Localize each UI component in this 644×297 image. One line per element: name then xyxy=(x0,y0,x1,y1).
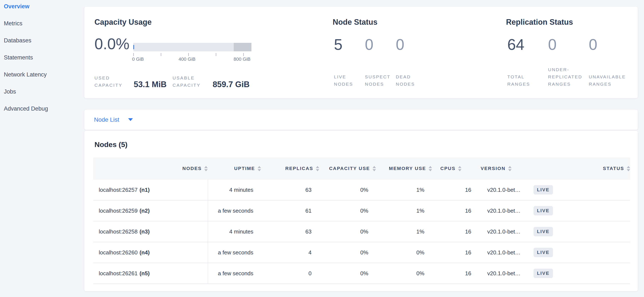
nodes-table: NODES UPTIME REPLICAS CAPACITY USE xyxy=(93,157,630,284)
axis-label: 800 GiB xyxy=(234,56,250,62)
memory-use-cell: 0% xyxy=(376,263,432,284)
node-name-cell[interactable]: localhost:26257 (n1) xyxy=(93,180,208,200)
column-header[interactable]: CPUS xyxy=(432,157,479,180)
used-capacity-value: 53.1 MiB xyxy=(134,80,166,89)
node-status-stat: 5 LIVE NODES xyxy=(334,6,365,98)
node-status-stat: 0 SUSPECT NODES xyxy=(365,6,396,98)
uptime-cell: a few seconds xyxy=(208,263,261,284)
sidebar-item[interactable]: Metrics xyxy=(4,20,80,26)
status-badge: LIVE xyxy=(534,248,553,257)
stat-label: TOTAL RANGES xyxy=(507,73,548,88)
axis-label: 400 GiB xyxy=(178,56,196,62)
capacity-use-cell: 0% xyxy=(319,180,376,200)
axis-label: 0 GiB xyxy=(132,56,144,62)
node-address: localhost:26260 xyxy=(99,249,138,256)
table-header-row: NODES UPTIME REPLICAS CAPACITY USE xyxy=(93,157,630,180)
capacity-use-cell: 0% xyxy=(319,242,376,263)
stat-value: 0 xyxy=(589,36,630,53)
replicas-cell: 63 xyxy=(261,180,319,200)
sidebar-item[interactable]: Jobs xyxy=(4,89,80,95)
uptime-cell: 4 minutes xyxy=(208,180,261,200)
uptime-cell: 4 minutes xyxy=(208,221,261,242)
cpus-cell: 16 xyxy=(432,180,479,200)
node-list-dropdown[interactable]: Node List xyxy=(84,109,638,130)
capacity-usage-title: Capacity Usage xyxy=(94,18,152,27)
version-cell: v20.1.0-bet… xyxy=(479,263,533,284)
sidebar-item[interactable]: Databases xyxy=(4,37,80,43)
column-header[interactable]: REPLICAS xyxy=(261,157,319,180)
sort-icon xyxy=(508,166,512,171)
sidebar-item[interactable]: Network Latency xyxy=(4,72,80,77)
table-row: localhost:26257 (n1) 4 minutes 63 0% 1% … xyxy=(93,180,630,201)
stat-label: DEAD NODES xyxy=(396,73,427,88)
version-cell: v20.1.0-bet… xyxy=(479,201,533,221)
cpus-cell: 16 xyxy=(432,201,479,221)
axis-tick xyxy=(216,53,216,56)
stat-value: 64 xyxy=(507,36,548,53)
node-name-cell[interactable]: localhost:26259 (n2) xyxy=(93,201,208,221)
node-status-stat: 0 DEAD NODES xyxy=(396,6,427,98)
stat-value: 0 xyxy=(396,36,427,53)
used-capacity-label: USED CAPACITY xyxy=(94,74,130,89)
stat-label: SUSPECT NODES xyxy=(365,73,396,88)
status-badge: LIVE xyxy=(534,185,553,195)
nodes-title: Nodes (5) xyxy=(94,140,128,149)
column-header-label: CAPACITY USE xyxy=(329,166,370,171)
column-header[interactable]: STATUS xyxy=(533,157,630,180)
replicas-cell: 63 xyxy=(261,221,319,242)
cpus-cell: 16 xyxy=(432,242,479,263)
column-header-label: VERSION xyxy=(481,166,506,171)
memory-use-cell: 0% xyxy=(376,242,432,263)
node-name-cell[interactable]: localhost:26258 (n3) xyxy=(93,221,208,242)
sort-icon xyxy=(428,166,432,171)
sort-icon xyxy=(258,166,261,171)
memory-use-cell: 1% xyxy=(376,221,432,242)
node-id: (n4) xyxy=(140,249,150,256)
node-address: localhost:26261 xyxy=(99,270,138,277)
node-name-cell[interactable]: localhost:26260 (n4) xyxy=(93,242,208,263)
capacity-usage-section: Capacity Usage 0.0% 0 GiB 400 GiB 800 Gi… xyxy=(94,6,329,98)
cpus-cell: 16 xyxy=(432,263,479,284)
node-status-section: Node Status 5 LIVE NODES 0 SUSPECT NODES… xyxy=(333,6,482,98)
sidebar-nav: Overview Metrics Databases Statements Ne… xyxy=(4,3,80,112)
table-row: localhost:26260 (n4) a few seconds 4 0% … xyxy=(93,242,630,263)
capacity-bar-track xyxy=(133,43,252,51)
column-header[interactable]: UPTIME xyxy=(208,157,261,180)
sort-icon xyxy=(627,166,630,171)
column-header-label: CPUS xyxy=(440,166,456,171)
status-badge: LIVE xyxy=(534,206,553,215)
status-cell: LIVE xyxy=(533,221,630,242)
column-header[interactable]: NODES xyxy=(93,157,208,180)
column-header[interactable]: CAPACITY USE xyxy=(319,157,376,180)
node-id: (n2) xyxy=(140,208,150,214)
replicas-cell: 61 xyxy=(261,201,319,221)
axis-tick xyxy=(243,53,244,56)
chevron-down-icon xyxy=(128,118,133,121)
column-header[interactable]: VERSION xyxy=(479,157,533,180)
status-cell: LIVE xyxy=(533,242,630,263)
sidebar: Overview Metrics Databases Statements Ne… xyxy=(4,3,80,123)
sidebar-item[interactable]: Statements xyxy=(4,54,80,60)
memory-use-cell: 1% xyxy=(376,180,432,200)
cluster-summary-panel: Capacity Usage 0.0% 0 GiB 400 GiB 800 Gi… xyxy=(84,6,638,98)
column-header-label: NODES xyxy=(182,166,202,171)
sort-icon xyxy=(372,166,376,171)
cpus-cell: 16 xyxy=(432,221,479,242)
column-header-label: MEMORY USE xyxy=(389,166,426,171)
capacity-bar-other-segment xyxy=(234,43,252,51)
sidebar-item[interactable]: Advanced Debug xyxy=(4,106,80,112)
column-header-label: REPLICAS xyxy=(285,166,313,172)
axis-tick xyxy=(133,53,134,56)
version-cell: v20.1.0-bet… xyxy=(479,221,533,242)
node-name-cell[interactable]: localhost:26261 (n5) xyxy=(93,263,208,284)
capacity-axis-labels: 0 GiB 400 GiB 800 GiB xyxy=(133,56,252,63)
column-header[interactable]: MEMORY USE xyxy=(376,157,432,180)
column-header-label: STATUS xyxy=(603,166,624,171)
sidebar-item[interactable]: Overview xyxy=(4,3,80,9)
stat-value: 5 xyxy=(334,36,365,53)
node-address: localhost:26257 xyxy=(99,187,138,193)
node-address: localhost:26258 xyxy=(99,228,138,235)
sort-icon xyxy=(204,166,208,171)
status-badge: LIVE xyxy=(534,227,553,236)
capacity-use-cell: 0% xyxy=(319,263,376,284)
